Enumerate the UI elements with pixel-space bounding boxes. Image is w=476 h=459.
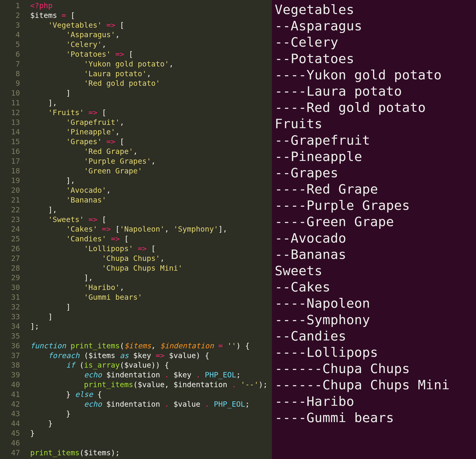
line-number: 4 bbox=[0, 30, 20, 40]
terminal-line: ----Laura potato bbox=[275, 83, 473, 99]
code-line: 'Green Grape' bbox=[30, 166, 272, 176]
code-line: 'Sweets' => [ bbox=[30, 215, 272, 225]
line-number: 33 bbox=[0, 312, 20, 322]
line-number: 24 bbox=[0, 224, 20, 234]
code-line: echo $indentation . $key . PHP_EOL; bbox=[30, 370, 272, 380]
line-number: 40 bbox=[0, 380, 20, 390]
code-line: 'Celery', bbox=[30, 40, 272, 50]
line-number: 3 bbox=[0, 20, 20, 30]
code-line: 'Purple Grapes', bbox=[30, 156, 272, 166]
line-number: 35 bbox=[0, 331, 20, 341]
code-line: 'Yukon gold potato', bbox=[30, 59, 272, 69]
code-line: 'Bananas' bbox=[30, 195, 272, 205]
line-number: 17 bbox=[0, 156, 20, 166]
terminal-line: --Avocado bbox=[275, 230, 473, 246]
line-number: 19 bbox=[0, 176, 20, 186]
line-number: 22 bbox=[0, 205, 20, 215]
line-number: 46 bbox=[0, 438, 20, 448]
code-line: 'Cakes' => ['Napoleon', 'Symphony'], bbox=[30, 224, 272, 234]
line-number: 20 bbox=[0, 186, 20, 195]
terminal-line: --Pineapple bbox=[275, 148, 473, 165]
code-line bbox=[30, 438, 272, 448]
code-line: 'Pineapple', bbox=[30, 127, 272, 137]
code-line: } bbox=[30, 419, 272, 429]
code-line: ], bbox=[30, 205, 272, 215]
line-number: 7 bbox=[0, 59, 20, 69]
terminal-line: --Cakes bbox=[275, 279, 473, 295]
terminal-line: --Candies bbox=[275, 328, 473, 344]
terminal-line: ----Red Grape bbox=[275, 181, 473, 197]
line-number: 14 bbox=[0, 127, 20, 137]
code-line: 'Grapefruit', bbox=[30, 118, 272, 127]
terminal-line: --Bananas bbox=[275, 246, 473, 262]
code-line: 'Gummi bears' bbox=[30, 293, 272, 302]
line-number: 10 bbox=[0, 88, 20, 98]
line-number: 13 bbox=[0, 118, 20, 127]
line-number: 42 bbox=[0, 399, 20, 409]
line-number: 39 bbox=[0, 370, 20, 380]
line-number: 9 bbox=[0, 78, 20, 88]
code-line: } else { bbox=[30, 390, 272, 399]
line-number: 26 bbox=[0, 244, 20, 254]
line-number: 38 bbox=[0, 360, 20, 370]
terminal-line: Vegetables bbox=[275, 1, 473, 18]
line-number: 31 bbox=[0, 293, 20, 302]
terminal-line: ----Yukon gold potato bbox=[275, 67, 473, 83]
code-line: if (is_array($value)) { bbox=[30, 360, 272, 370]
line-number: 44 bbox=[0, 419, 20, 429]
terminal-line: --Grapes bbox=[275, 165, 473, 181]
code-line: 'Laura potato', bbox=[30, 69, 272, 79]
code-line: 'Haribo', bbox=[30, 283, 272, 293]
terminal-line: ----Symphony bbox=[275, 312, 473, 328]
terminal-line: Fruits bbox=[275, 116, 473, 132]
code-line: ] bbox=[30, 312, 272, 322]
code-line: ]; bbox=[30, 321, 272, 331]
code-line: 'Chupa Chups Mini' bbox=[30, 263, 272, 273]
code-editor[interactable]: 1234567891011121314151617181920212223242… bbox=[0, 0, 272, 459]
code-line: ] bbox=[30, 302, 272, 312]
line-number: 28 bbox=[0, 263, 20, 273]
code-line: } bbox=[30, 429, 272, 438]
code-line: 'Chupa Chups', bbox=[30, 254, 272, 263]
code-line: } bbox=[30, 409, 272, 419]
line-number: 5 bbox=[0, 40, 20, 50]
code-line: foreach ($items as $key => $value) { bbox=[30, 351, 272, 361]
line-number: 25 bbox=[0, 234, 20, 244]
terminal-line: ----Green Grape bbox=[275, 213, 473, 230]
code-line: ], bbox=[30, 98, 272, 108]
line-number: 21 bbox=[0, 195, 20, 205]
line-number: 36 bbox=[0, 341, 20, 351]
code-line: 'Red Grape', bbox=[30, 147, 272, 156]
code-line: 'Avocado', bbox=[30, 186, 272, 195]
terminal-line: ------Chupa Chups Mini bbox=[275, 377, 473, 393]
terminal-line: ----Purple Grapes bbox=[275, 197, 473, 213]
line-number: 27 bbox=[0, 254, 20, 263]
code-line: 'Red gold potato' bbox=[30, 78, 272, 88]
line-number-gutter: 1234567891011121314151617181920212223242… bbox=[0, 0, 26, 459]
line-number: 43 bbox=[0, 409, 20, 419]
code-line: echo $indentation . $value . PHP_EOL; bbox=[30, 399, 272, 409]
code-line: $items = [ bbox=[30, 11, 272, 20]
code-line: print_items($items); bbox=[30, 448, 272, 458]
line-number: 18 bbox=[0, 166, 20, 176]
line-number: 30 bbox=[0, 283, 20, 293]
code-line: 'Fruits' => [ bbox=[30, 108, 272, 118]
terminal-output[interactable]: Vegetables--Asparagus--Celery--Potatoes-… bbox=[272, 0, 476, 459]
line-number: 2 bbox=[0, 11, 20, 20]
line-number: 23 bbox=[0, 215, 20, 225]
code-line: 'Grapes' => [ bbox=[30, 137, 272, 147]
code-line: 'Potatoes' => [ bbox=[30, 50, 272, 59]
terminal-line: ----Napoleon bbox=[275, 295, 473, 311]
code-line: 'Vegetables' => [ bbox=[30, 20, 272, 30]
terminal-line: Sweets bbox=[275, 262, 473, 279]
line-number: 47 bbox=[0, 448, 20, 458]
terminal-line: ------Chupa Chups bbox=[275, 360, 473, 377]
code-line: function print_items($items, $indentatio… bbox=[30, 341, 272, 351]
terminal-line: --Asparagus bbox=[275, 18, 473, 34]
line-number: 29 bbox=[0, 273, 20, 283]
code-line: 'Asparagus', bbox=[30, 30, 272, 40]
code-line: print_items($value, $indentation . '--')… bbox=[30, 380, 272, 390]
line-number: 12 bbox=[0, 108, 20, 118]
line-number: 16 bbox=[0, 147, 20, 156]
code-area[interactable]: <?php$items = [ 'Vegetables' => [ 'Aspar… bbox=[26, 0, 272, 459]
